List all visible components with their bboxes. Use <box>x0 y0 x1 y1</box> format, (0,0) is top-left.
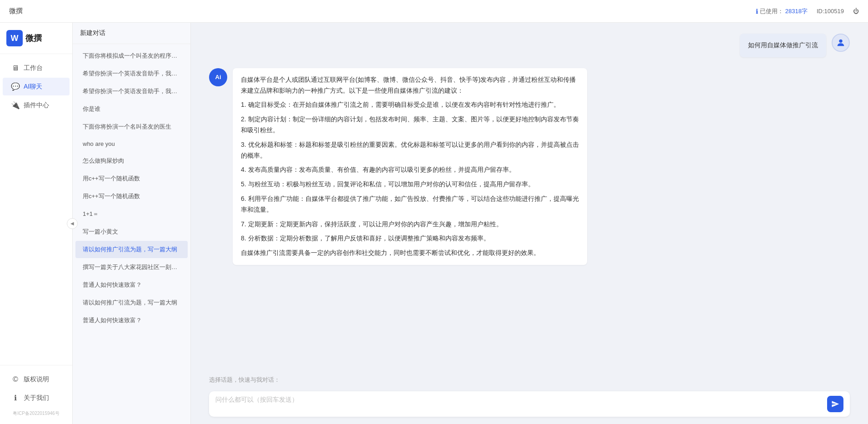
usage-label: 已使用： <box>760 7 783 15</box>
history-item[interactable]: 你是谁 <box>75 100 188 118</box>
topbar: 微撰 ℹ 已使用： 28318字 ID:100519 ⏻ <box>0 0 868 23</box>
history-item[interactable]: who are you <box>75 136 188 152</box>
ai-para-9: 自媒体推广引流需要具备一定的内容创作和社交能力，同时也需要不断尝试和优化，才能取… <box>241 248 579 259</box>
info-icon: ℹ <box>756 8 758 15</box>
chat-input[interactable] <box>215 396 823 412</box>
history-item[interactable]: 希望你扮演一个英语发音助手，我提供给你... <box>75 65 188 82</box>
history-item[interactable]: 下面你将扮演一个名叫圣友的医生 <box>75 118 188 135</box>
sidebar-nav: 🖥 工作台 💬 AI聊天 🔌 插件中心 <box>0 54 72 365</box>
user-icon <box>836 38 846 48</box>
chat-messages: 如何用自媒体做推广引流 Ai 自媒体平台是个人或团队通过互联网平台(如博客、微博… <box>191 23 868 371</box>
logo-letter: W <box>11 34 19 43</box>
ai-avatar: Ai <box>209 68 227 86</box>
copyright-label: 版权说明 <box>24 375 49 384</box>
history-item[interactable]: 希望你扮演一个英语发音助手，我提供给你... <box>75 83 188 100</box>
ai-chat-label: AI聊天 <box>24 83 42 91</box>
history-item[interactable]: 撰写一篇关于八大家花园社区一刻钟便民生... <box>75 259 188 276</box>
history-item[interactable]: 用c++写一个随机函数 <box>75 188 188 205</box>
sidebar-bottom: © 版权说明 ℹ 关于我们 粤ICP备2022015946号 <box>0 365 72 424</box>
sidebar-item-plugin[interactable]: 🔌 插件中心 <box>3 96 70 114</box>
history-item[interactable]: 怎么做狗屎炒肉 <box>75 152 188 170</box>
usage-value: 28318字 <box>785 7 808 15</box>
history-item[interactable]: 普通人如何快速致富？ <box>75 276 188 294</box>
logo-icon: W <box>6 30 23 46</box>
ai-chat-icon: 💬 <box>11 82 20 91</box>
topbar-id: ID:100519 <box>817 8 844 15</box>
sidebar-collapse-button[interactable]: ◀ <box>67 218 78 229</box>
ai-para-0: 自媒体平台是个人或团队通过互联网平台(如博客、微博、微信公众号、抖音、快手等)发… <box>241 75 579 96</box>
sidebar-item-ai-chat[interactable]: 💬 AI聊天 <box>3 78 70 95</box>
sidebar: W 微撰 🖥 工作台 💬 AI聊天 🔌 插件中心 © 版权说明 <box>0 23 73 424</box>
ai-para-4: 4. 发布高质量内容：发布高质量、有价值、有趣的内容可以吸引更多的粉丝，并提高用… <box>241 165 579 175</box>
logout-icon[interactable]: ⏻ <box>853 8 859 15</box>
input-wrapper <box>209 391 850 417</box>
user-message-bubble: 如何用自媒体做推广引流 <box>740 34 826 57</box>
sidebar-item-about[interactable]: ℹ 关于我们 <box>3 389 70 407</box>
ai-para-1: 1. 确定目标受众：在开始自媒体推广引流之前，需要明确目标受众是谁，以便在发布内… <box>241 100 579 110</box>
plugin-icon: 🔌 <box>11 101 20 110</box>
history-list: 下面你将模拟成一个叫圣友的程序员，我说... 希望你扮演一个英语发音助手，我提供… <box>73 44 190 424</box>
new-chat-button[interactable]: 新建对话 <box>73 23 190 44</box>
svg-point-0 <box>839 40 842 43</box>
about-icon: ℹ <box>11 394 20 402</box>
ai-para-5: 5. 与粉丝互动：积极与粉丝互动，回复评论和私信，可以增加用户对你的认可和信任，… <box>241 179 579 190</box>
main-layout: W 微撰 🖥 工作台 💬 AI聊天 🔌 插件中心 © 版权说明 <box>0 23 868 424</box>
quick-topics: 选择话题，快速与我对话： <box>191 371 868 387</box>
topbar-usage: ℹ 已使用： 28318字 <box>756 7 808 15</box>
ai-para-7: 7. 定期更新：定期更新内容，保持活跃度，可以让用户对你的内容产生兴趣，增加用户… <box>241 219 579 230</box>
history-item-active[interactable]: 请以如何推广引流为题，写一篇大纲 <box>75 241 188 258</box>
input-area <box>191 387 868 424</box>
sidebar-logo: W 微撰 <box>0 23 72 54</box>
user-message-row: 如何用自媒体做推广引流 <box>209 34 850 57</box>
ai-para-3: 3. 优化标题和标签：标题和标签是吸引粉丝的重要因素。优化标题和标签可以让更多的… <box>241 140 579 161</box>
topbar-title: 微撰 <box>9 7 756 15</box>
workbench-label: 工作台 <box>24 64 43 72</box>
topbar-right: ℹ 已使用： 28318字 ID:100519 ⏻ <box>756 7 859 15</box>
sidebar-item-copyright[interactable]: © 版权说明 <box>3 371 70 388</box>
history-item[interactable]: 请以如何推广引流为题，写一篇大纲 <box>75 294 188 311</box>
user-message-text: 如何用自媒体做推广引流 <box>748 41 818 49</box>
plugin-label: 插件中心 <box>24 101 49 110</box>
history-item[interactable]: 下面你将模拟成一个叫圣友的程序员，我说... <box>75 47 188 65</box>
ai-message-row: Ai 自媒体平台是个人或团队通过互联网平台(如博客、微博、微信公众号、抖音、快手… <box>209 68 850 265</box>
history-item[interactable]: 写一篇小黄文 <box>75 223 188 240</box>
about-label: 关于我们 <box>24 394 49 402</box>
sidebar-item-workbench[interactable]: 🖥 工作台 <box>3 60 70 77</box>
send-button[interactable] <box>827 396 843 412</box>
ai-avatar-text: Ai <box>215 74 221 80</box>
history-item[interactable]: 普通人如何快速致富？ <box>75 312 188 329</box>
ai-para-8: 8. 分析数据：定期分析数据，了解用户反馈和喜好，以便调整推广策略和内容发布频率… <box>241 233 579 244</box>
ai-para-6: 6. 利用平台推广功能：自媒体平台都提供了推广功能，如广告投放、付费推广等，可以… <box>241 194 579 215</box>
logo-text: 微撰 <box>25 33 42 44</box>
user-avatar <box>832 34 850 52</box>
ai-para-2: 2. 制定内容计划：制定一份详细的内容计划，包括发布时间、频率、主题、文案、图片… <box>241 114 579 136</box>
send-icon <box>831 400 839 408</box>
history-panel: 新建对话 下面你将模拟成一个叫圣友的程序员，我说... 希望你扮演一个英语发音助… <box>73 23 191 424</box>
copyright-text: 粤ICP备2022015946号 <box>0 408 72 419</box>
ai-message-bubble: 自媒体平台是个人或团队通过互联网平台(如博客、微博、微信公众号、抖音、快手等)发… <box>233 68 587 265</box>
quick-topics-label: 选择话题，快速与我对话： <box>209 376 280 383</box>
history-item[interactable]: 用c++写一个随机函数 <box>75 170 188 187</box>
collapse-icon: ◀ <box>70 221 74 226</box>
copyright-icon: © <box>11 375 20 384</box>
history-item[interactable]: 1+1＝ <box>75 205 188 223</box>
chat-area: 如何用自媒体做推广引流 Ai 自媒体平台是个人或团队通过互联网平台(如博客、微博… <box>191 23 868 424</box>
workbench-icon: 🖥 <box>11 64 20 72</box>
